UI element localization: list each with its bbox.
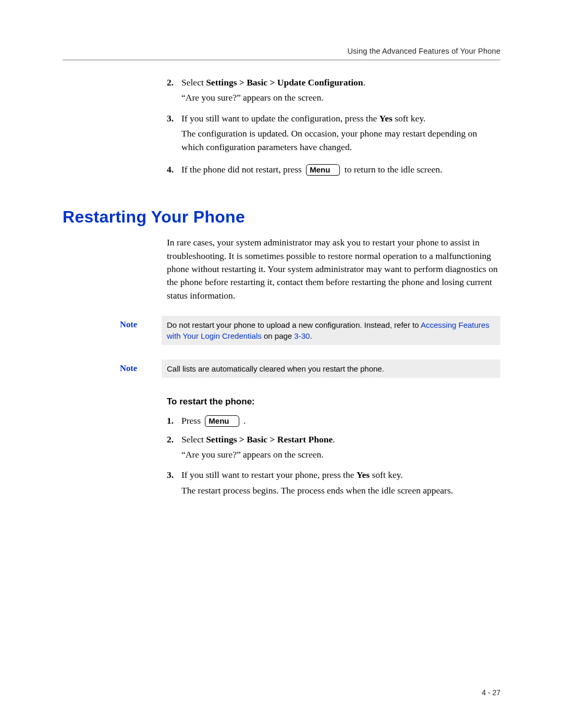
step-tail: soft key. — [370, 470, 403, 480]
step-number: 2. — [167, 76, 174, 89]
step-tail: . — [363, 77, 365, 88]
step-number: 4. — [167, 163, 174, 176]
note-text: . — [310, 331, 312, 340]
page-ref-link[interactable]: 3-30 — [294, 331, 310, 340]
menu-key-icon: Menu — [306, 164, 340, 176]
menu-key-icon: Menu — [205, 415, 239, 427]
step-followup: The restart process begins. The process … — [181, 484, 500, 497]
page-number: 4 - 27 — [482, 688, 500, 697]
note-text: Call lists are automatically cleared whe… — [167, 364, 384, 373]
yes-key: Yes — [380, 113, 393, 124]
step-text: If the phone did not restart, press — [181, 164, 304, 175]
note-label: Note — [120, 360, 162, 374]
step-2: 2. Select Settings > Basic > Update Conf… — [167, 76, 500, 105]
note-box: Call lists are automatically cleared whe… — [162, 360, 500, 378]
header-rule — [63, 59, 500, 60]
step-3: 3. If you still want to update the confi… — [167, 112, 500, 154]
step-number: 1. — [167, 414, 174, 427]
note-box: Do not restart your phone to upload a ne… — [162, 316, 500, 345]
restart-step-1: 1. Press Menu . — [167, 414, 500, 427]
restart-step-2: 2. Select Settings > Basic > Restart Pho… — [167, 433, 500, 462]
page: Using the Advanced Features of Your Phon… — [0, 0, 563, 728]
step-text: Press — [181, 415, 203, 426]
step-tail: soft key. — [393, 113, 426, 124]
step-followup: “Are you sure?” appears on the screen. — [181, 91, 500, 104]
step-text: Select — [181, 77, 206, 88]
step-number: 3. — [167, 112, 174, 125]
step-text: If you still want to restart your phone,… — [181, 470, 357, 480]
step-tail: . — [243, 415, 246, 426]
step-text: If you still want to update the configur… — [181, 113, 380, 124]
menu-path: Settings > Basic > Restart Phone — [206, 434, 333, 445]
top-steps-block: 2. Select Settings > Basic > Update Conf… — [167, 76, 500, 176]
step-followup: “Are you sure?” appears on the screen. — [181, 448, 500, 461]
restart-step-3: 3. If you still want to restart your pho… — [167, 468, 500, 497]
restart-subhead: To restart the phone: — [167, 397, 500, 407]
step-followup: The configuration is updated. On occasio… — [181, 127, 500, 154]
note-text: on page — [262, 331, 295, 340]
step-tail: to return to the idle screen. — [345, 164, 443, 175]
restart-steps-block: 1. Press Menu . 2. Select Settings > Bas… — [167, 414, 500, 497]
menu-path: Settings > Basic > Update Configuration — [206, 77, 363, 88]
step-4: 4. If the phone did not restart, press M… — [167, 163, 500, 176]
running-head: Using the Advanced Features of Your Phon… — [63, 47, 500, 55]
yes-key: Yes — [357, 470, 370, 480]
section-title: Restarting Your Phone — [63, 207, 500, 227]
step-tail: . — [333, 434, 335, 445]
step-text: Select — [181, 434, 206, 445]
note-text: Do not restart your phone to upload a ne… — [167, 320, 421, 329]
section-intro: In rare cases, your system administrator… — [167, 236, 500, 302]
step-number: 3. — [167, 468, 174, 482]
step-number: 2. — [167, 433, 174, 446]
note-1: Note Do not restart your phone to upload… — [120, 316, 500, 345]
note-2: Note Call lists are automatically cleare… — [120, 360, 500, 378]
note-label: Note — [120, 316, 162, 330]
